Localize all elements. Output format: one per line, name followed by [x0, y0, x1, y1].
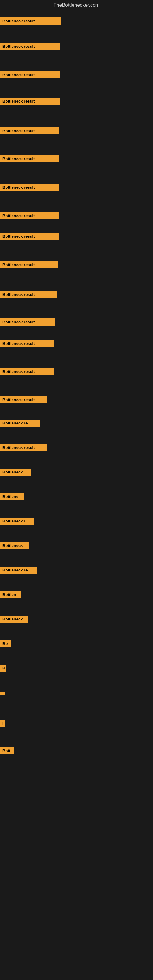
bottleneck-result-item — [0, 692, 5, 695]
bottleneck-result-item: Bott — [0, 747, 14, 754]
bottleneck-result-item: Bottleneck result — [0, 155, 59, 162]
bottleneck-result-item: Bottleneck result — [0, 261, 59, 268]
bottleneck-result-item: Bottleneck result — [0, 444, 46, 451]
bottleneck-result-item: Bottleneck result — [0, 212, 59, 219]
bottleneck-result-item: B — [0, 665, 5, 671]
bottleneck-result-item: Bottleneck — [0, 469, 30, 476]
bottleneck-result-item: Bottlen — [0, 591, 21, 598]
bottleneck-result-item: Bottleneck result — [0, 368, 54, 375]
bottleneck-result-item: Bottleneck result — [0, 318, 55, 326]
bottleneck-result-item: Bo — [0, 640, 11, 647]
bottleneck-result-item: Bottleneck re — [0, 420, 40, 426]
bottleneck-result-item: Bottleneck result — [0, 72, 60, 78]
bottleneck-result-item: Bottleneck — [0, 542, 29, 549]
bottleneck-result-item: Bottleneck r — [0, 517, 33, 525]
site-title: TheBottlenecker.com — [0, 0, 153, 9]
bottleneck-result-item: Bottleneck result — [0, 184, 59, 191]
bottleneck-result-item: Bottleneck result — [0, 18, 61, 24]
bottleneck-result-item: Bottleneck re — [0, 566, 37, 574]
bottleneck-result-item: I — [0, 720, 5, 727]
bottleneck-result-item: Bottleneck result — [0, 98, 60, 105]
bottleneck-result-item: Bottleneck result — [0, 43, 60, 50]
bottleneck-result-item: Bottleneck result — [0, 233, 59, 240]
bottleneck-result-item: Bottleneck result — [0, 340, 54, 347]
bottleneck-result-item: Bottleneck result — [0, 127, 59, 134]
bottleneck-result-item: Bottleneck result — [0, 396, 46, 403]
bottleneck-result-item: Bottleneck result — [0, 291, 57, 298]
bottleneck-result-item: Bottlene — [0, 493, 24, 500]
bottleneck-result-item: Bottleneck — [0, 616, 27, 623]
